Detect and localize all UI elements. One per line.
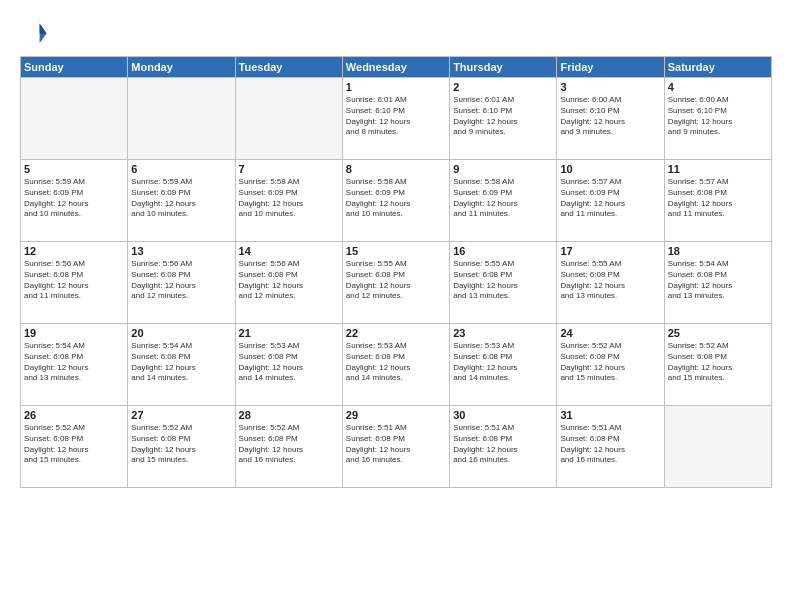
day-number: 16 (453, 245, 553, 257)
calendar-cell: 20Sunrise: 5:54 AM Sunset: 6:08 PM Dayli… (128, 324, 235, 406)
day-info: Sunrise: 5:58 AM Sunset: 6:09 PM Dayligh… (453, 177, 553, 220)
calendar-cell: 25Sunrise: 5:52 AM Sunset: 6:08 PM Dayli… (664, 324, 771, 406)
week-row-1: 1Sunrise: 6:01 AM Sunset: 6:10 PM Daylig… (21, 78, 772, 160)
day-number: 20 (131, 327, 231, 339)
day-info: Sunrise: 5:56 AM Sunset: 6:08 PM Dayligh… (24, 259, 124, 302)
day-number: 28 (239, 409, 339, 421)
day-number: 23 (453, 327, 553, 339)
week-row-3: 12Sunrise: 5:56 AM Sunset: 6:08 PM Dayli… (21, 242, 772, 324)
calendar-cell: 21Sunrise: 5:53 AM Sunset: 6:08 PM Dayli… (235, 324, 342, 406)
day-number: 10 (560, 163, 660, 175)
day-info: Sunrise: 5:52 AM Sunset: 6:08 PM Dayligh… (24, 423, 124, 466)
calendar-cell: 19Sunrise: 5:54 AM Sunset: 6:08 PM Dayli… (21, 324, 128, 406)
day-info: Sunrise: 5:53 AM Sunset: 6:08 PM Dayligh… (346, 341, 446, 384)
day-info: Sunrise: 5:51 AM Sunset: 6:08 PM Dayligh… (346, 423, 446, 466)
day-info: Sunrise: 5:51 AM Sunset: 6:08 PM Dayligh… (453, 423, 553, 466)
day-info: Sunrise: 5:53 AM Sunset: 6:08 PM Dayligh… (453, 341, 553, 384)
calendar-cell: 27Sunrise: 5:52 AM Sunset: 6:08 PM Dayli… (128, 406, 235, 488)
day-number: 25 (668, 327, 768, 339)
day-number: 17 (560, 245, 660, 257)
calendar-cell: 29Sunrise: 5:51 AM Sunset: 6:08 PM Dayli… (342, 406, 449, 488)
day-number: 6 (131, 163, 231, 175)
day-number: 15 (346, 245, 446, 257)
day-info: Sunrise: 5:58 AM Sunset: 6:09 PM Dayligh… (239, 177, 339, 220)
weekday-header-row: SundayMondayTuesdayWednesdayThursdayFrid… (21, 57, 772, 78)
calendar-cell: 1Sunrise: 6:01 AM Sunset: 6:10 PM Daylig… (342, 78, 449, 160)
day-info: Sunrise: 5:55 AM Sunset: 6:08 PM Dayligh… (560, 259, 660, 302)
calendar-cell (21, 78, 128, 160)
day-info: Sunrise: 5:55 AM Sunset: 6:08 PM Dayligh… (453, 259, 553, 302)
day-number: 7 (239, 163, 339, 175)
day-number: 5 (24, 163, 124, 175)
day-info: Sunrise: 5:59 AM Sunset: 6:09 PM Dayligh… (131, 177, 231, 220)
calendar-cell: 4Sunrise: 6:00 AM Sunset: 6:10 PM Daylig… (664, 78, 771, 160)
calendar-cell: 30Sunrise: 5:51 AM Sunset: 6:08 PM Dayli… (450, 406, 557, 488)
day-number: 21 (239, 327, 339, 339)
calendar-cell: 18Sunrise: 5:54 AM Sunset: 6:08 PM Dayli… (664, 242, 771, 324)
calendar-cell (128, 78, 235, 160)
day-info: Sunrise: 5:55 AM Sunset: 6:08 PM Dayligh… (346, 259, 446, 302)
calendar-cell: 13Sunrise: 5:56 AM Sunset: 6:08 PM Dayli… (128, 242, 235, 324)
day-number: 8 (346, 163, 446, 175)
calendar-cell: 10Sunrise: 5:57 AM Sunset: 6:09 PM Dayli… (557, 160, 664, 242)
day-info: Sunrise: 5:58 AM Sunset: 6:09 PM Dayligh… (346, 177, 446, 220)
day-number: 27 (131, 409, 231, 421)
weekday-header-monday: Monday (128, 57, 235, 78)
calendar-cell: 22Sunrise: 5:53 AM Sunset: 6:08 PM Dayli… (342, 324, 449, 406)
day-info: Sunrise: 6:00 AM Sunset: 6:10 PM Dayligh… (560, 95, 660, 138)
day-number: 26 (24, 409, 124, 421)
day-number: 12 (24, 245, 124, 257)
calendar-cell: 12Sunrise: 5:56 AM Sunset: 6:08 PM Dayli… (21, 242, 128, 324)
calendar-cell: 17Sunrise: 5:55 AM Sunset: 6:08 PM Dayli… (557, 242, 664, 324)
day-info: Sunrise: 6:01 AM Sunset: 6:10 PM Dayligh… (346, 95, 446, 138)
weekday-header-saturday: Saturday (664, 57, 771, 78)
calendar-cell: 24Sunrise: 5:52 AM Sunset: 6:08 PM Dayli… (557, 324, 664, 406)
day-info: Sunrise: 6:01 AM Sunset: 6:10 PM Dayligh… (453, 95, 553, 138)
calendar-cell: 31Sunrise: 5:51 AM Sunset: 6:08 PM Dayli… (557, 406, 664, 488)
day-info: Sunrise: 5:56 AM Sunset: 6:08 PM Dayligh… (239, 259, 339, 302)
day-number: 9 (453, 163, 553, 175)
day-number: 4 (668, 81, 768, 93)
week-row-4: 19Sunrise: 5:54 AM Sunset: 6:08 PM Dayli… (21, 324, 772, 406)
day-info: Sunrise: 5:56 AM Sunset: 6:08 PM Dayligh… (131, 259, 231, 302)
day-info: Sunrise: 5:54 AM Sunset: 6:08 PM Dayligh… (24, 341, 124, 384)
calendar-cell: 28Sunrise: 5:52 AM Sunset: 6:08 PM Dayli… (235, 406, 342, 488)
day-info: Sunrise: 5:51 AM Sunset: 6:08 PM Dayligh… (560, 423, 660, 466)
calendar-cell: 7Sunrise: 5:58 AM Sunset: 6:09 PM Daylig… (235, 160, 342, 242)
calendar-cell: 5Sunrise: 5:59 AM Sunset: 6:09 PM Daylig… (21, 160, 128, 242)
day-number: 11 (668, 163, 768, 175)
day-number: 14 (239, 245, 339, 257)
day-info: Sunrise: 5:54 AM Sunset: 6:08 PM Dayligh… (668, 259, 768, 302)
calendar-cell: 3Sunrise: 6:00 AM Sunset: 6:10 PM Daylig… (557, 78, 664, 160)
day-number: 3 (560, 81, 660, 93)
calendar-cell (664, 406, 771, 488)
weekday-header-tuesday: Tuesday (235, 57, 342, 78)
day-info: Sunrise: 5:54 AM Sunset: 6:08 PM Dayligh… (131, 341, 231, 384)
weekday-header-friday: Friday (557, 57, 664, 78)
day-number: 19 (24, 327, 124, 339)
weekday-header-wednesday: Wednesday (342, 57, 449, 78)
page: SundayMondayTuesdayWednesdayThursdayFrid… (0, 0, 792, 612)
day-number: 31 (560, 409, 660, 421)
calendar-cell: 8Sunrise: 5:58 AM Sunset: 6:09 PM Daylig… (342, 160, 449, 242)
day-number: 29 (346, 409, 446, 421)
calendar-cell: 9Sunrise: 5:58 AM Sunset: 6:09 PM Daylig… (450, 160, 557, 242)
day-info: Sunrise: 5:59 AM Sunset: 6:09 PM Dayligh… (24, 177, 124, 220)
day-number: 1 (346, 81, 446, 93)
day-info: Sunrise: 5:57 AM Sunset: 6:09 PM Dayligh… (560, 177, 660, 220)
calendar-cell: 23Sunrise: 5:53 AM Sunset: 6:08 PM Dayli… (450, 324, 557, 406)
calendar-cell: 26Sunrise: 5:52 AM Sunset: 6:08 PM Dayli… (21, 406, 128, 488)
day-number: 24 (560, 327, 660, 339)
day-info: Sunrise: 5:52 AM Sunset: 6:08 PM Dayligh… (131, 423, 231, 466)
day-info: Sunrise: 5:52 AM Sunset: 6:08 PM Dayligh… (560, 341, 660, 384)
day-info: Sunrise: 5:53 AM Sunset: 6:08 PM Dayligh… (239, 341, 339, 384)
calendar-cell: 2Sunrise: 6:01 AM Sunset: 6:10 PM Daylig… (450, 78, 557, 160)
logo (20, 18, 52, 46)
day-info: Sunrise: 5:52 AM Sunset: 6:08 PM Dayligh… (239, 423, 339, 466)
calendar-cell: 16Sunrise: 5:55 AM Sunset: 6:08 PM Dayli… (450, 242, 557, 324)
day-info: Sunrise: 5:57 AM Sunset: 6:08 PM Dayligh… (668, 177, 768, 220)
day-info: Sunrise: 5:52 AM Sunset: 6:08 PM Dayligh… (668, 341, 768, 384)
weekday-header-thursday: Thursday (450, 57, 557, 78)
calendar-cell (235, 78, 342, 160)
weekday-header-sunday: Sunday (21, 57, 128, 78)
